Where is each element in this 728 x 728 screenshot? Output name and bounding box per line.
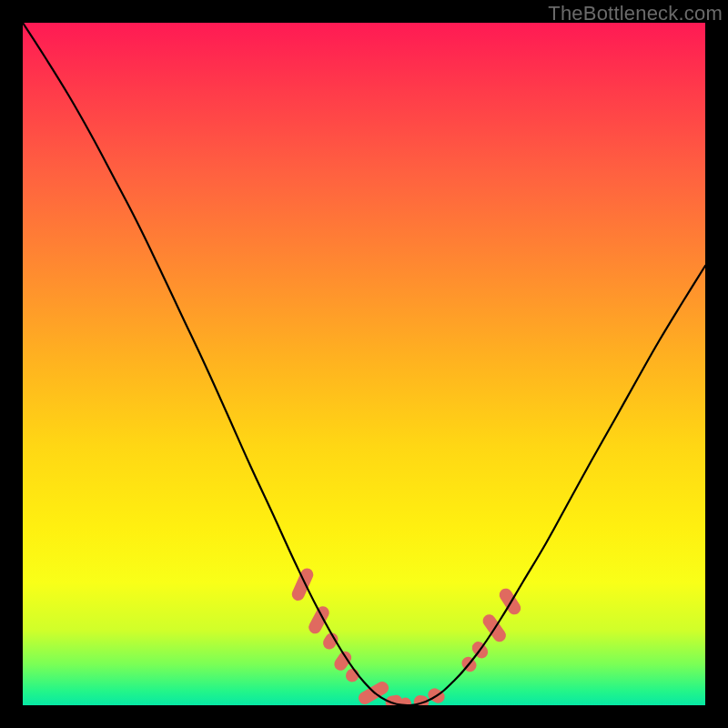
chart-frame: TheBottleneck.com [0,0,728,728]
highlight-bead [497,586,523,617]
bottleneck-curve [23,23,705,705]
curve-svg [23,23,705,705]
highlight-bead [307,604,332,636]
plot-area [23,23,705,705]
highlight-markers [289,566,522,705]
